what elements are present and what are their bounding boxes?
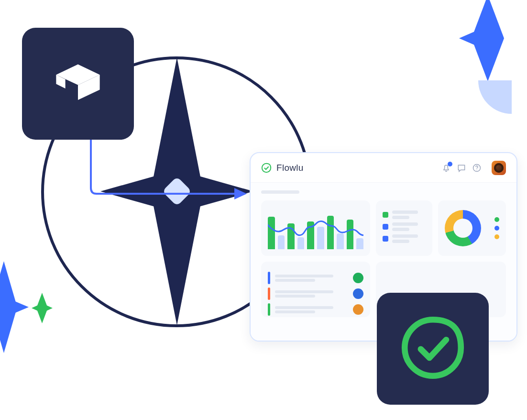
trend-line (268, 212, 363, 249)
window-header: Flowlu (251, 153, 516, 183)
decorative-star-large (177, 191, 177, 192)
notifications-icon[interactable] (441, 163, 451, 173)
box-icon (49, 54, 107, 113)
activity-list-card[interactable] (261, 262, 370, 317)
donut-chart-card[interactable] (438, 200, 506, 256)
app-title: Flowlu (276, 163, 304, 173)
help-icon[interactable] (472, 163, 482, 173)
metrics-chart-card[interactable] (261, 200, 370, 256)
user-avatar[interactable] (492, 161, 506, 175)
messages-icon[interactable] (456, 163, 467, 173)
notification-dot (448, 162, 452, 166)
flowlu-logo-icon (261, 163, 272, 173)
donut-legend (494, 217, 499, 239)
flowlu-badge-card (377, 293, 489, 405)
legend-card[interactable] (376, 200, 432, 256)
breadcrumb-placeholder (261, 190, 299, 194)
source-app-card (22, 28, 134, 140)
donut-chart (445, 210, 481, 246)
svg-point-1 (476, 169, 477, 170)
flowlu-check-icon (399, 314, 466, 383)
decorative-quarter-circle (478, 80, 512, 114)
